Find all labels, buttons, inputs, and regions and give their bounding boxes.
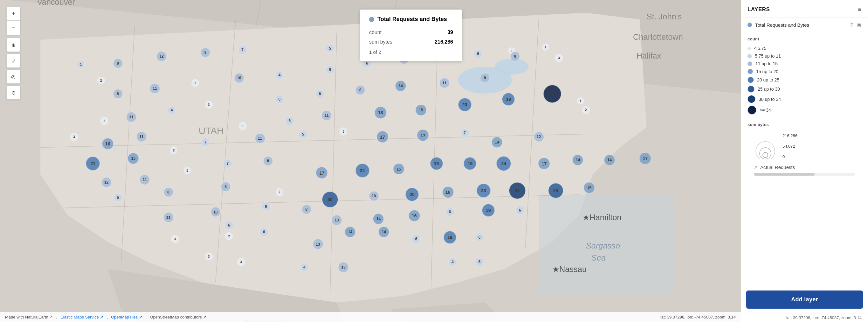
map-bubble[interactable]: 8 bbox=[221, 182, 230, 192]
map-bubble[interactable]: 6 bbox=[475, 257, 484, 266]
map-bubble[interactable]: 5 bbox=[114, 193, 122, 202]
map-area[interactable]: UTAH Chihuahua Mazatlán Mexico City MEXI… bbox=[0, 0, 741, 322]
map-bubble[interactable]: 39 bbox=[544, 85, 561, 103]
map-bubble[interactable]: 16 bbox=[409, 210, 420, 222]
map-bubble[interactable]: 12 bbox=[101, 177, 112, 187]
map-bubble[interactable]: 10 bbox=[234, 73, 244, 83]
map-bubble[interactable]: 5 bbox=[299, 130, 307, 138]
panel-menu-icon[interactable]: ≡ bbox=[858, 6, 862, 13]
map-bubble[interactable]: 7 bbox=[201, 138, 210, 147]
map-bubble[interactable]: 17 bbox=[316, 167, 328, 179]
map-bubble[interactable]: 10 bbox=[369, 191, 379, 201]
map-bubble[interactable]: 6 bbox=[445, 207, 454, 216]
map-bubble[interactable]: 13 bbox=[332, 215, 342, 225]
map-bubble[interactable]: 16 bbox=[102, 138, 114, 150]
map-bubble[interactable]: 3 bbox=[237, 258, 245, 266]
map-bubble[interactable]: 9 bbox=[200, 48, 210, 57]
map-bubble[interactable]: 3 bbox=[70, 133, 78, 141]
map-bubble[interactable]: 1 bbox=[542, 43, 549, 51]
map-bubble[interactable]: 2 bbox=[191, 79, 199, 87]
map-bubble[interactable]: 1 bbox=[184, 167, 191, 174]
map-bubble[interactable]: 15 bbox=[415, 105, 426, 116]
map-bubble[interactable]: 6 bbox=[224, 221, 234, 230]
map-bubble[interactable]: 3 bbox=[100, 117, 108, 125]
map-bubble[interactable]: 17 bbox=[417, 129, 429, 141]
map-bubble[interactable]: 11 bbox=[136, 132, 147, 142]
map-bubble[interactable]: 3 bbox=[171, 235, 179, 243]
map-bubble[interactable]: 14 bbox=[604, 155, 615, 166]
map-bubble[interactable]: 15 bbox=[584, 182, 595, 194]
map-bubble[interactable]: 14 bbox=[572, 155, 583, 166]
map-bubble[interactable]: 4 bbox=[300, 263, 308, 271]
map-bubble[interactable]: 22 bbox=[355, 164, 369, 178]
map-bubble[interactable]: 18 bbox=[375, 107, 386, 119]
map-bubble[interactable]: 8 bbox=[355, 85, 365, 95]
map-bubble[interactable]: 6 bbox=[285, 116, 294, 125]
map-bubble[interactable]: 14 bbox=[492, 137, 502, 148]
map-bubble[interactable]: 10 bbox=[211, 207, 220, 217]
map-bubble[interactable]: 2 bbox=[97, 77, 105, 84]
map-bubble[interactable]: 3 bbox=[239, 122, 246, 130]
map-bubble[interactable]: 14 bbox=[395, 81, 406, 91]
map-bubble[interactable]: 1 bbox=[77, 60, 85, 68]
map-bubble[interactable]: 21 bbox=[86, 156, 100, 171]
map-bubble[interactable]: 16 bbox=[442, 186, 454, 198]
map-bubble[interactable]: 20 bbox=[405, 188, 419, 201]
map-bubble[interactable]: 5 bbox=[326, 44, 334, 53]
map-bubble[interactable]: 5 bbox=[326, 65, 334, 74]
map-bubble[interactable]: 30 bbox=[322, 192, 338, 207]
map-bubble[interactable]: 6 bbox=[275, 95, 284, 104]
map-bubble[interactable]: 8 bbox=[510, 52, 520, 61]
attribution-elastic[interactable]: Elastic Maps Service ↗ bbox=[60, 315, 103, 319]
map-bubble[interactable]: 7 bbox=[223, 159, 232, 168]
map-bubble[interactable]: 19 bbox=[502, 93, 515, 106]
map-bubble[interactable]: 2 bbox=[582, 106, 590, 114]
map-bubble[interactable]: 4 bbox=[275, 71, 284, 79]
map-bubble[interactable]: 19 bbox=[443, 231, 456, 244]
map-bubble[interactable]: 4 bbox=[167, 106, 176, 114]
map-bubble[interactable]: 8 bbox=[302, 205, 311, 214]
map-bubble[interactable]: 1 bbox=[577, 97, 584, 105]
map-bubble[interactable]: 3 bbox=[340, 127, 347, 136]
map-bubble[interactable]: 19 bbox=[464, 157, 476, 170]
map-bubble[interactable]: 11 bbox=[150, 83, 160, 93]
map-bubble[interactable]: 19 bbox=[430, 157, 443, 170]
map-bubble[interactable]: 8 bbox=[113, 59, 123, 68]
map-bubble[interactable]: 4 bbox=[448, 258, 457, 266]
map-bubble[interactable]: 23 bbox=[476, 184, 491, 198]
map-bubble[interactable]: 31 bbox=[509, 182, 526, 199]
map-bubble[interactable]: 6 bbox=[516, 206, 524, 215]
map-bubble[interactable]: 11 bbox=[255, 133, 265, 144]
map-bubble[interactable]: 12 bbox=[156, 51, 166, 61]
map-bubble[interactable]: 7 bbox=[238, 46, 247, 54]
map-bubble[interactable]: 8 bbox=[113, 89, 123, 99]
map-bubble[interactable]: 11 bbox=[439, 78, 450, 88]
attribution-openmaptiles[interactable]: OpenMapTiles ↗ bbox=[111, 315, 143, 319]
map-bubble[interactable]: 6 bbox=[262, 202, 271, 211]
map-bubble[interactable]: 20 bbox=[458, 98, 471, 111]
compass-button[interactable]: ⊕ bbox=[6, 38, 20, 52]
map-bubble[interactable]: 3 bbox=[555, 54, 563, 62]
map-bubble[interactable]: 17 bbox=[538, 158, 550, 170]
map-bubble[interactable]: 15 bbox=[128, 153, 139, 164]
map-bubble[interactable]: 25 bbox=[548, 183, 563, 198]
map-bubble[interactable]: 11 bbox=[126, 112, 136, 122]
map-bubble[interactable]: 2 bbox=[276, 188, 283, 196]
map-bubble[interactable]: 7 bbox=[460, 128, 469, 138]
map-bubble[interactable]: 11 bbox=[321, 110, 332, 121]
map-bubble[interactable]: 13 bbox=[338, 262, 349, 272]
map-bubble[interactable]: 6 bbox=[475, 233, 484, 242]
map-bubble[interactable]: 6 bbox=[474, 49, 483, 58]
map-bubble[interactable]: 11 bbox=[140, 175, 150, 185]
map-bubble[interactable]: 14 bbox=[373, 213, 384, 224]
map-bubble[interactable]: 14 bbox=[378, 227, 389, 237]
map-bubble[interactable]: 17 bbox=[377, 131, 389, 143]
map-bubble[interactable]: 6 bbox=[259, 228, 268, 236]
filter-button[interactable]: ◎ bbox=[6, 70, 20, 84]
map-bubble[interactable]: 19 bbox=[482, 204, 495, 217]
map-bubble[interactable]: 8 bbox=[480, 73, 490, 83]
zoom-out-button[interactable]: − bbox=[6, 21, 20, 35]
map-bubble[interactable]: 17 bbox=[640, 152, 651, 164]
layer-clock-icon[interactable]: ⏱ bbox=[848, 22, 854, 28]
resize-button[interactable]: ⤢ bbox=[6, 54, 20, 68]
